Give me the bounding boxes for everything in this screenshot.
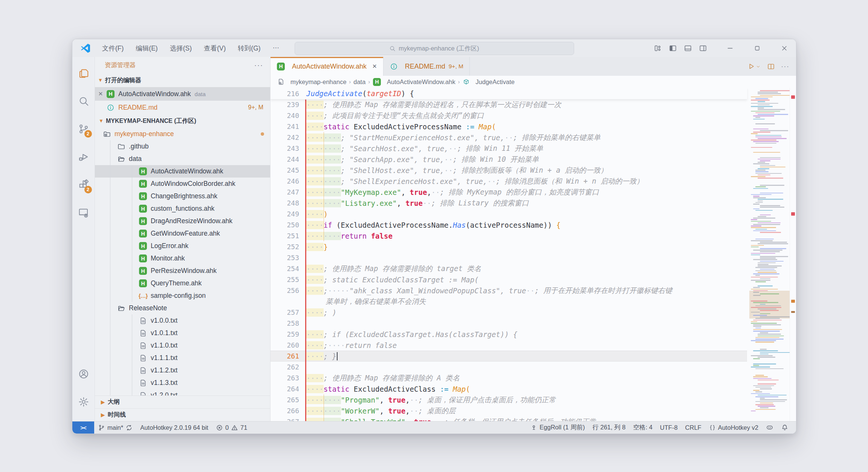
status-indentation[interactable]: 空格: 4 [629,421,656,434]
code-line-252[interactable]: 252····} [270,241,747,252]
code-line-267[interactable]: 267········"Shell_TrayWnd", true,··; 任务栏… [270,416,747,421]
breadcrumb-item-AutoActivateWindow.ahk[interactable]: HAutoActivateWindow.ahk [373,78,455,86]
tree-item-v1.0.0.txt[interactable]: v1.0.0.txt [95,314,270,327]
tree-item-QueryTheme.ahk[interactable]: HQueryTheme.ahk [95,277,270,290]
code-line-250[interactable]: 250····if (ExcludedActiveProcessName.Has… [270,219,747,230]
tree-item-custom_functions.ahk[interactable]: Hcustom_functions.ahk [95,202,270,215]
tree-item-v1.0.1.txt[interactable]: v1.0.1.txt [95,327,270,339]
sticky-line-216[interactable]: 216JudgeActivate(targetID) { [270,88,414,99]
code-line-246[interactable]: 246········; "ShellExperienceHost.exe", … [270,176,747,187]
code-line-245[interactable]: 245········; "ShellHost.exe", true,··; 排… [270,165,747,176]
code-line-wrap[interactable]: 菜单时，确保右键菜单不会消失 [270,296,747,307]
code-line-240[interactable]: 240····; 此项目前专注于处理“失去焦点就会关闭”的窗口 [270,110,747,121]
code-line-261[interactable]: 261····; } [270,351,747,362]
code-line-266[interactable]: 266········"WorkerW", true,··; 桌面的层 [270,405,747,416]
command-center-search[interactable]: mykeymap-enhance (工作区) [295,42,574,55]
open-editors-header[interactable]: ▼ 打开的编辑器 [95,74,270,87]
code-line-253[interactable]: 253 [270,252,747,263]
code-line-251[interactable]: 251········return false [270,230,747,241]
tree-item-v1.1.0.txt[interactable]: v1.1.0.txt [95,339,270,352]
status-interpreter-version[interactable]: AutoHotkey 2.0.19 64 bit [136,421,212,434]
toggle-secondary-sidebar-icon[interactable] [697,43,709,54]
code-line-262[interactable]: 262 [270,362,747,372]
menu-item-1[interactable]: 编辑(E) [131,42,162,54]
timeline-section[interactable]: ▶ 时间线 [95,408,270,421]
split-editor-button[interactable] [767,63,775,70]
tree-item-v1.1.3.txt[interactable]: v1.1.3.txt [95,377,270,389]
tree-item-.github[interactable]: .github [95,140,270,153]
tree-item-PerResizeWindow.ahk[interactable]: HPerResizeWindow.ahk [95,265,270,277]
code-editor[interactable]: 216JudgeActivate(targetID) { 239····; 使用… [270,88,796,421]
activitybar-source-control[interactable]: 2 [75,117,93,141]
close-icon[interactable]: ✕ [95,90,106,97]
activitybar-remote-explorer[interactable] [75,201,93,224]
status-eol[interactable]: CRLF [682,421,705,434]
code-line-264[interactable]: 264····static ExcludedActiveClass := Map… [270,383,747,394]
breadcrumb-item-data[interactable]: data [353,78,365,86]
code-line-265[interactable]: 265········"Progman", true,··; 桌面，保证用户点击… [270,394,747,405]
tree-item-mykeymap-enhance[interactable]: mykeymap-enhance [95,128,270,140]
breadcrumb-item-mykeymap-enhance[interactable]: mykeymap-enhance [277,78,347,86]
menu-item-4[interactable]: 转到(G) [233,42,265,54]
menu-item-5[interactable]: ··· [268,42,284,54]
open-editor-README.md[interactable]: README.md9+, M [95,101,270,114]
close-icon[interactable]: ✕ [372,63,377,70]
workspace-header[interactable]: ▼ MYKEYMAP-ENHANCE (工作区) [95,114,270,128]
menu-item-0[interactable]: 文件(F) [97,42,128,54]
toggle-primary-sidebar-icon[interactable] [666,43,679,54]
code-line-241[interactable]: 241····static ExcludedActiveProcessName … [270,121,747,132]
overview-ruler[interactable] [790,88,796,421]
code-line-260[interactable]: 260····;····return false [270,340,747,351]
code-line-243[interactable]: 243········; "SearchHost.exe", true,··; … [270,143,747,154]
tree-item-v1.2.0.txt[interactable]: v1.2.0.txt [95,389,270,395]
code-line-263[interactable]: 263····; 使用静态 Map 存储需要排除的 A 类名 [270,372,747,383]
code-line-256[interactable]: 256····;·····"ahk_class Xaml_WindowedPop… [270,285,747,296]
tree-item-v1.1.2.txt[interactable]: v1.1.2.txt [95,364,270,377]
activitybar-explorer[interactable] [75,61,93,85]
status-notifications[interactable] [777,421,792,434]
code-line-259[interactable]: 259····; if (ExcludedClassTarget.Has(cla… [270,329,747,340]
menu-item-3[interactable]: 查看(V) [199,42,231,54]
status-language-mode[interactable]: AutoHotkey v2 [705,421,762,434]
tree-item-AutoActivateWindow.ahk[interactable]: HAutoActivateWindow.ahk [95,165,270,178]
status-remote-indicator[interactable]: >< [72,421,94,434]
tab-AutoActivateWindow.ahk[interactable]: HAutoActivateWindow.ahk✕ [270,57,384,76]
activitybar-run-and-debug[interactable] [75,145,93,169]
breadcrumb-item-JudgeActivate[interactable]: JudgeActivate [462,78,515,86]
tree-item-v1.1.1.txt[interactable]: v1.1.1.txt [95,352,270,364]
activitybar-settings[interactable] [75,390,93,414]
outline-section[interactable]: ▶ 大纲 [95,395,270,408]
menu-item-2[interactable]: 选择(S) [165,42,197,54]
status-git-branch[interactable]: main* [94,421,136,434]
status-copilot[interactable] [762,421,777,434]
code-line-255[interactable]: 255····; static ExcludedClassTarget := M… [270,274,747,285]
open-editor-AutoActivateWindow.ahk[interactable]: ✕HAutoActivateWindow.ahkdata [95,87,270,101]
tree-item-DragAndResizeWindow.ahk[interactable]: HDragAndResizeWindow.ahk [95,215,270,227]
code-line-257[interactable]: 257····; ) [270,307,747,318]
tree-item-ChangeBrightness.ahk[interactable]: HChangeBrightness.ahk [95,190,270,202]
sticky-scroll-line[interactable]: 216JudgeActivate(targetID) { [270,88,747,100]
tree-item-Monitor.ahk[interactable]: HMonitor.ahk [95,252,270,265]
tree-item-AutoWindowColorBorder.ahk[interactable]: HAutoWindowColorBorder.ahk [95,178,270,190]
code-line-248[interactable]: 248········"Listary.exe", true··; 排除 Lis… [270,198,747,208]
status-git-blame[interactable]: EggRoll (1 周前) [527,421,588,434]
run-button[interactable] [747,62,761,70]
code-line-254[interactable]: 254····; 使用静态 Map 存储需要排除的 target 类名 [270,263,747,274]
tree-item-ReleaseNote[interactable]: ReleaseNote [95,302,270,314]
activitybar-extensions[interactable]: 2 [75,173,93,196]
maximize-button[interactable] [751,43,764,54]
activitybar-account[interactable] [75,362,93,386]
code-line-247[interactable]: 247········"MyKeymap.exe", true,··; 排除 M… [270,187,747,198]
code-line-239[interactable]: 239····; 使用静态 Map 存储需要排除的进程名，只在脚本第一次运行时创… [270,99,747,110]
sidebar-more-icon[interactable]: ··· [254,61,263,69]
code-line-244[interactable]: 244········; "SearchApp.exe", true,··; 排… [270,154,747,165]
status-cursor-position[interactable]: 行 261, 列 8 [588,421,629,434]
customize-layout-icon[interactable] [651,43,664,54]
tree-item-GetWindowFeature.ahk[interactable]: HGetWindowFeature.ahk [95,227,270,240]
tree-item-sample-config.json[interactable]: {…}sample-config.json [95,290,270,302]
tree-item-data[interactable]: data [95,153,270,165]
close-button[interactable] [778,43,791,54]
tree-item-LogError.ahk[interactable]: HLogError.ahk [95,240,270,252]
more-actions-icon[interactable]: ··· [781,62,789,70]
code-line-242[interactable]: 242········; "StartMenuExperienceHost.ex… [270,132,747,143]
